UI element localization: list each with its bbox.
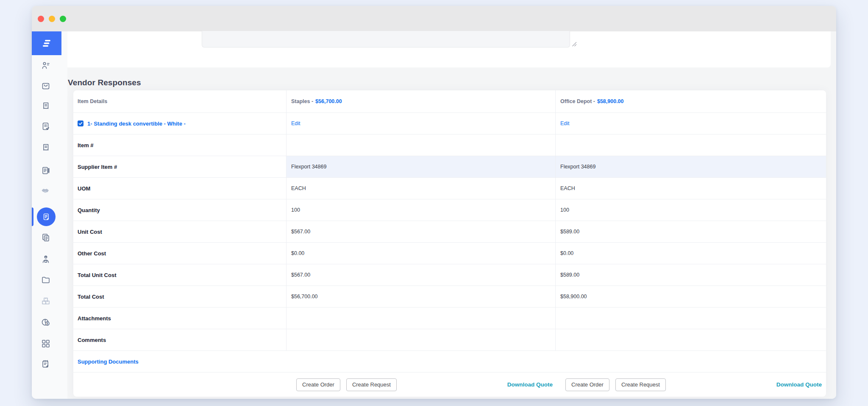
comparison-header-row: Item Details Staples - $56,700.00 Office… <box>73 90 826 112</box>
spec-row-label: Other Cost <box>73 243 287 264</box>
vendor2-download-quote-link[interactable]: Download Quote <box>776 381 822 388</box>
vendor2-value: EACH <box>556 178 826 199</box>
handshake-icon <box>41 186 51 196</box>
vendor2-value: $58,900.00 <box>556 286 826 307</box>
spec-row: Supplier Item # Flexport 34869 Flexport … <box>73 156 826 177</box>
spec-row: Comments <box>73 329 826 350</box>
sidebar-item-receipt[interactable] <box>41 143 51 153</box>
vendor-responses-card: Item Details Staples - $56,700.00 Office… <box>73 90 826 397</box>
delivery-person-icon <box>41 254 51 264</box>
spec-row: Total Cost $56,700.00 $58,900.00 <box>73 286 826 307</box>
inventory-boxes-icon <box>41 296 51 306</box>
vendor1-edit-link[interactable]: Edit <box>291 120 300 126</box>
svg-text:$: $ <box>47 322 48 325</box>
sidebar-item-notepad-pen[interactable] <box>41 165 51 176</box>
sidebar-item-users[interactable] <box>41 61 51 71</box>
sidebar-item-document-check[interactable] <box>41 121 51 132</box>
spec-row: Quantity 100 100 <box>73 199 826 221</box>
vendor1-value: $0.00 <box>287 243 556 264</box>
minimize-window-button[interactable] <box>49 16 55 22</box>
vendor1-name: Staples - <box>291 98 313 104</box>
logo-icon <box>41 39 52 48</box>
vendor2-edit-link[interactable]: Edit <box>560 120 570 126</box>
comparison-footer-row: Create Order Create Request Download Quo… <box>73 372 826 397</box>
app-logo[interactable] <box>32 31 61 55</box>
spec-row: Attachments <box>73 307 826 329</box>
sidebar: $ <box>32 31 67 399</box>
spec-row-label: Quantity <box>73 199 287 221</box>
sidebar-item-inventory-boxes[interactable] <box>41 296 51 306</box>
spec-row-label: Comments <box>73 329 287 350</box>
shopping-bag-icon <box>41 81 51 91</box>
notepad-pen-icon <box>41 165 51 176</box>
main-content: Vendor Responses Item Details Staples - … <box>67 31 836 399</box>
vendor1-value <box>287 329 556 350</box>
spec-row-label: Total Cost <box>73 286 287 307</box>
sidebar-item-handshake[interactable] <box>41 186 51 196</box>
vendor2-create-order-button[interactable]: Create Order <box>565 378 609 391</box>
form-card-bottom <box>67 31 831 67</box>
app-window: $ Vendor Responses Item Details Staples … <box>32 6 836 399</box>
sidebar-item-shopping-bag[interactable] <box>41 81 51 91</box>
vendor1-value: $567.00 <box>287 264 556 286</box>
vendor2-create-request-button[interactable]: Create Request <box>615 378 666 391</box>
pie-chart-dollar-icon: $ <box>41 317 51 328</box>
sidebar-item-invoice[interactable] <box>41 101 51 111</box>
vendor2-total: $58,900.00 <box>597 98 624 104</box>
check-icon <box>78 121 83 126</box>
spec-row: Item # <box>73 134 826 156</box>
vendor2-value: 100 <box>556 199 826 221</box>
sidebar-item-document-edit[interactable] <box>37 207 56 226</box>
zoom-window-button[interactable] <box>60 16 66 22</box>
supporting-documents-row: Supporting Documents <box>73 350 826 372</box>
spec-row-label: Supplier Item # <box>73 156 287 177</box>
notepad-edit-icon <box>41 359 51 369</box>
spec-row-label: Unit Cost <box>73 221 287 242</box>
textarea-resize-handle[interactable] <box>572 42 576 46</box>
item-details-header: Item Details <box>78 98 107 104</box>
sidebar-item-folder[interactable] <box>41 275 51 285</box>
spec-row: UOM EACH EACH <box>73 177 826 199</box>
vendor1-value <box>287 308 556 329</box>
supporting-documents-link[interactable]: Supporting Documents <box>78 358 139 365</box>
item-row: 1- Standing desk convertible - White - E… <box>73 112 826 134</box>
sidebar-item-delivery-person[interactable] <box>41 254 51 264</box>
vendor2-value: $589.00 <box>556 221 826 242</box>
item-checkbox[interactable] <box>78 120 83 126</box>
copy-documents-icon <box>41 232 51 243</box>
vendor2-value: $0.00 <box>556 243 826 264</box>
vendor2-value: $589.00 <box>556 264 826 286</box>
vendor1-value: $56,700.00 <box>287 286 556 307</box>
sidebar-item-notepad-edit[interactable] <box>41 359 51 369</box>
vendor1-value: Flexport 34869 <box>287 156 556 177</box>
page-title: Vendor Responses <box>68 78 141 87</box>
invoice-icon <box>41 101 51 111</box>
notes-textarea[interactable] <box>202 31 570 48</box>
window-titlebar <box>32 6 836 31</box>
spec-row-label: Total Unit Cost <box>73 264 287 286</box>
document-check-icon <box>41 121 51 132</box>
close-window-button[interactable] <box>38 16 44 22</box>
item-name-link[interactable]: 1- Standing desk convertible - White - <box>87 120 186 127</box>
spec-row-label: Item # <box>73 134 287 156</box>
vendor1-download-quote-link[interactable]: Download Quote <box>507 381 553 388</box>
vendor1-total: $56,700.00 <box>315 98 342 104</box>
spec-row-label: UOM <box>73 178 287 199</box>
spec-row-label: Attachments <box>73 308 287 329</box>
vendor2-value <box>556 134 826 156</box>
users-icon <box>41 61 51 71</box>
spec-row: Other Cost $0.00 $0.00 <box>73 242 826 264</box>
vendor2-value <box>556 308 826 329</box>
spec-row: Unit Cost $567.00 $589.00 <box>73 221 826 242</box>
sidebar-item-pie-chart-dollar[interactable]: $ <box>41 317 51 328</box>
vendor2-value: Flexport 34869 <box>556 156 826 177</box>
document-edit-icon <box>42 212 51 221</box>
sidebar-item-copy-documents[interactable] <box>41 232 51 243</box>
receipt-icon <box>41 143 51 153</box>
vendor1-create-order-button[interactable]: Create Order <box>296 378 340 391</box>
vendor2-name: Office Depot - <box>560 98 595 104</box>
sidebar-item-apps-grid[interactable] <box>41 339 51 349</box>
vendor1-value: $567.00 <box>287 221 556 242</box>
spec-row: Total Unit Cost $567.00 $589.00 <box>73 264 826 286</box>
vendor1-create-request-button[interactable]: Create Request <box>346 378 397 391</box>
